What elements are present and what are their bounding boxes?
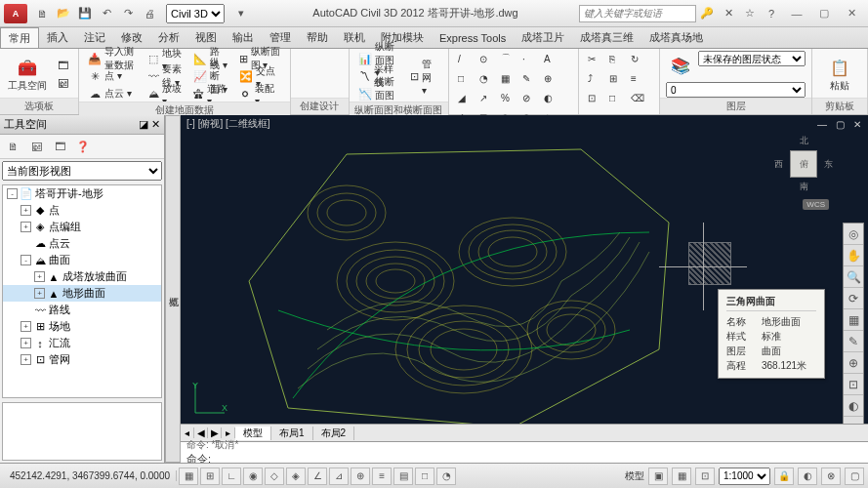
ribbon-tool-icon[interactable]: ⊕: [541, 70, 558, 86]
ribbon-item[interactable]: ⭘装配 ▾: [236, 86, 284, 102]
ribbon-tool-icon[interactable]: ⌒: [498, 51, 516, 66]
ribbon-small-btn[interactable]: 🗔: [53, 58, 72, 73]
tree-node[interactable]: +⊞场地: [3, 318, 161, 335]
tree-node[interactable]: -⛰曲面: [3, 252, 161, 268]
tree-toggle-icon[interactable]: +: [21, 354, 31, 365]
model-viewport[interactable]: [-] [俯视] [二维线框] — ▢ ✕: [181, 115, 868, 463]
help-icon[interactable]: ?: [762, 4, 781, 23]
status-tool-icon[interactable]: ⊗: [821, 468, 841, 485]
status-tool-icon[interactable]: ◐: [798, 468, 817, 485]
model-label[interactable]: 模型: [625, 469, 644, 483]
ribbon-tool-icon[interactable]: ⊡: [585, 90, 602, 105]
ribbon-item[interactable]: 🛣道路 ▾: [190, 86, 231, 102]
ribbon-tool-icon[interactable]: □: [606, 90, 624, 105]
tree-toggle-icon[interactable]: +: [21, 321, 31, 332]
layer-combo[interactable]: 0: [666, 82, 806, 98]
ribbon-tool-icon[interactable]: ≡: [628, 70, 645, 86]
sc-toggle[interactable]: ◔: [436, 468, 456, 485]
tree-node[interactable]: +⊡管网: [3, 351, 161, 368]
qat-open-icon[interactable]: 📂: [54, 4, 73, 23]
ribbon-item[interactable]: ⛰放坡 ▾: [145, 86, 186, 102]
ribbon-tool-icon[interactable]: ✂: [585, 51, 602, 66]
layer-props-button[interactable]: 📚: [666, 51, 695, 80]
menu-item[interactable]: Express Tools: [432, 27, 514, 48]
ribbon-tool-icon[interactable]: ·: [519, 51, 537, 66]
status-tool-icon[interactable]: ▣: [648, 468, 668, 485]
tree-toggle-icon[interactable]: +: [21, 338, 31, 348]
menu-item[interactable]: 插入: [39, 27, 76, 48]
ribbon-tool-icon[interactable]: ◢: [455, 90, 473, 105]
menu-item[interactable]: 联机: [336, 27, 373, 48]
qat-print-icon[interactable]: 🖨: [140, 4, 159, 23]
prospector-tree[interactable]: -📄塔哥开讲-地形+◆点+◈点编组☁点云-⛰曲面+▲成塔放坡曲面+▲地形曲面〰路…: [2, 184, 162, 398]
ribbon-tool-icon[interactable]: ⎘: [606, 51, 624, 66]
tree-node[interactable]: +▲地形曲面: [3, 285, 161, 302]
ribbon-tool-icon[interactable]: ⤴: [585, 70, 602, 86]
clean-screen-icon[interactable]: ▢: [845, 468, 864, 485]
palette-tool-icon[interactable]: 🗔: [50, 137, 69, 156]
menu-item[interactable]: 帮助: [299, 27, 336, 48]
ribbon-item[interactable]: ☁点云 ▾: [85, 86, 142, 102]
tree-node[interactable]: +↕汇流: [3, 335, 161, 351]
nav-tool-icon[interactable]: ⊕: [844, 352, 863, 374]
ribbon-tool-icon[interactable]: ◐: [541, 90, 558, 105]
tree-toggle-icon[interactable]: +: [21, 222, 31, 232]
ribbon-tool-icon[interactable]: %: [498, 90, 516, 105]
ribbon-tool-icon[interactable]: A: [541, 51, 558, 66]
status-tool-icon[interactable]: ▦: [672, 468, 691, 485]
otrack-toggle[interactable]: ∠: [308, 468, 327, 485]
tree-toggle-icon[interactable]: -: [7, 188, 18, 199]
qat-undo-icon[interactable]: ↶: [97, 4, 116, 23]
tree-node[interactable]: ☁点云: [3, 235, 161, 252]
coordinate-readout[interactable]: 452142.4291, 3467399.6744, 0.0000: [4, 470, 177, 481]
tpy-toggle[interactable]: ▤: [393, 468, 413, 485]
palette-title-bar[interactable]: 工具空间 ◪ ✕: [0, 115, 164, 135]
dyn-toggle[interactable]: ⊕: [351, 468, 370, 485]
ribbon-tool-icon[interactable]: ⊙: [476, 51, 494, 66]
vp-close-icon[interactable]: ✕: [850, 117, 864, 131]
layer-state-combo[interactable]: 未保存的图层状态: [698, 51, 806, 66]
ribbon-tool-icon[interactable]: ↗: [476, 90, 494, 105]
menu-item[interactable]: 常用: [0, 27, 39, 48]
paste-button[interactable]: 📋粘贴: [818, 51, 861, 98]
nav-orbit-icon[interactable]: ⟳: [844, 288, 863, 309]
palette-close-icon[interactable]: ◪ ✕: [139, 118, 160, 131]
view-cube[interactable]: 北 南 西 东 俯: [774, 135, 833, 193]
tree-toggle-icon[interactable]: +: [21, 205, 31, 216]
qp-toggle[interactable]: □: [415, 468, 434, 485]
ribbon-tool-icon[interactable]: ✎: [519, 70, 537, 86]
tree-toggle-icon[interactable]: +: [34, 271, 45, 282]
nav-tool-icon[interactable]: ✎: [844, 331, 863, 352]
tree-node[interactable]: 〰路线: [3, 302, 161, 318]
workspace-select[interactable]: Civil 3D: [166, 4, 225, 23]
snap-toggle[interactable]: ▦: [179, 468, 198, 485]
ribbon-tool-icon[interactable]: ◔: [476, 70, 494, 86]
status-tool-icon[interactable]: ⊡: [695, 468, 715, 485]
tree-node[interactable]: +◈点编组: [3, 219, 161, 235]
grid-toggle[interactable]: ⊞: [200, 468, 220, 485]
status-tool-icon[interactable]: 🔒: [774, 468, 794, 485]
tree-toggle-icon[interactable]: -: [21, 255, 31, 265]
command-line[interactable]: 命令: *取消* 命令:: [181, 441, 868, 463]
qat-new-icon[interactable]: 🗎: [32, 4, 52, 23]
ribbon-tool-icon[interactable]: ▦: [498, 70, 516, 86]
toolspace-button[interactable]: 🧰工具空间: [6, 51, 49, 98]
qat-redo-icon[interactable]: ↷: [118, 4, 138, 23]
ribbon-item[interactable]: 📉横断面图 ▾: [355, 86, 404, 102]
3dosnap-toggle[interactable]: ◈: [286, 468, 306, 485]
palette-side-tab[interactable]: 概览: [165, 115, 181, 463]
tree-node[interactable]: -📄塔哥开讲-地形: [3, 185, 161, 202]
ribbon-small-btn[interactable]: 🗟: [53, 75, 72, 91]
palette-tool-icon[interactable]: ❓: [73, 137, 93, 156]
lwt-toggle[interactable]: ≡: [372, 468, 392, 485]
vp-restore-icon[interactable]: ▢: [833, 117, 847, 131]
polar-toggle[interactable]: ◉: [243, 468, 263, 485]
favorite-icon[interactable]: ☆: [740, 4, 760, 23]
view-filter-combo[interactable]: 当前图形视图: [2, 161, 162, 181]
ducs-toggle[interactable]: ⊿: [329, 468, 349, 485]
nav-tool-icon[interactable]: ◐: [844, 395, 863, 417]
ribbon-tool-icon[interactable]: □: [455, 70, 473, 86]
nav-showmotion-icon[interactable]: ▦: [844, 309, 863, 331]
nav-wheel-icon[interactable]: ◎: [844, 224, 863, 245]
ribbon-tool-icon[interactable]: ⊞: [606, 70, 624, 86]
